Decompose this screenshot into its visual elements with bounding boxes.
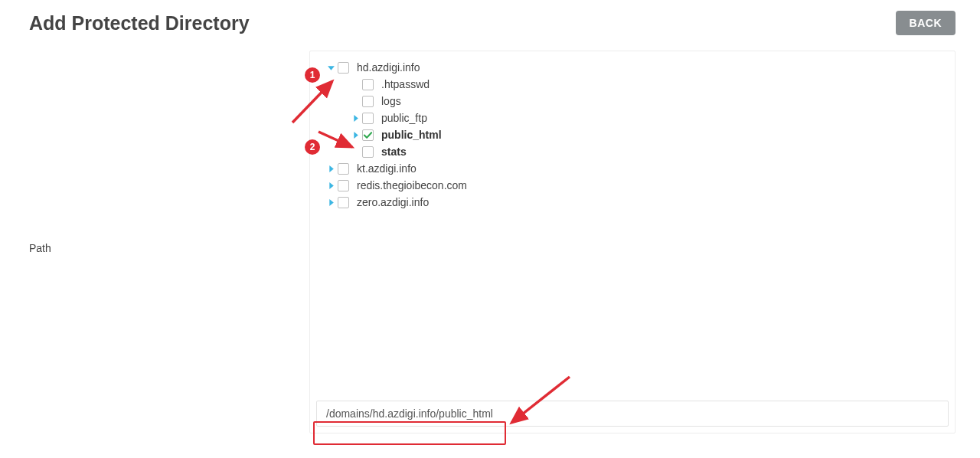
tree-row[interactable]: redis.thegioibecon.com xyxy=(324,177,941,194)
tree-row[interactable]: public_html xyxy=(348,126,941,143)
tree-row[interactable]: kt.azdigi.info xyxy=(324,160,941,177)
directory-label: public_ftp xyxy=(381,110,427,126)
chevron-right-icon[interactable] xyxy=(324,182,338,190)
directory-label: public_html xyxy=(381,126,442,143)
tree-row[interactable]: zero.azdigi.info xyxy=(324,194,941,211)
directory-label: hd.azdigi.info xyxy=(357,59,420,76)
directory-checkbox[interactable] xyxy=(362,129,374,141)
directory-checkbox[interactable] xyxy=(338,197,349,208)
directory-label: logs xyxy=(381,93,401,110)
page-title: Add Protected Directory xyxy=(29,12,250,34)
directory-tree: hd.azdigi.info.htpasswdlogspublic_ftppub… xyxy=(310,51,955,394)
chevron-right-icon[interactable] xyxy=(324,165,338,173)
directory-checkbox[interactable] xyxy=(338,62,349,74)
tree-row[interactable]: hd.azdigi.info xyxy=(324,59,941,76)
chevron-right-icon[interactable] xyxy=(348,114,362,123)
directory-checkbox[interactable] xyxy=(362,96,374,107)
tree-row[interactable]: stats xyxy=(348,143,941,160)
directory-checkbox[interactable] xyxy=(338,163,349,175)
directory-label: zero.azdigi.info xyxy=(357,194,429,211)
path-input[interactable] xyxy=(316,401,949,427)
tree-row[interactable]: logs xyxy=(348,93,941,110)
chevron-right-icon[interactable] xyxy=(348,131,362,139)
directory-panel: hd.azdigi.info.htpasswdlogspublic_ftppub… xyxy=(309,51,956,433)
directory-label: .htpasswd xyxy=(381,76,430,93)
directory-label: redis.thegioibecon.com xyxy=(357,177,467,194)
directory-checkbox[interactable] xyxy=(362,79,374,90)
chevron-down-icon[interactable] xyxy=(324,64,338,72)
tree-row[interactable]: public_ftp xyxy=(348,110,941,126)
back-button[interactable]: BACK xyxy=(896,11,956,35)
directory-checkbox[interactable] xyxy=(362,113,374,124)
directory-label: stats xyxy=(381,143,407,160)
chevron-right-icon[interactable] xyxy=(324,198,338,207)
directory-label: kt.azdigi.info xyxy=(357,160,416,177)
directory-checkbox[interactable] xyxy=(338,180,349,191)
directory-checkbox[interactable] xyxy=(362,146,374,158)
tree-row[interactable]: .htpasswd xyxy=(348,76,941,93)
path-section-label: Path xyxy=(29,51,309,433)
